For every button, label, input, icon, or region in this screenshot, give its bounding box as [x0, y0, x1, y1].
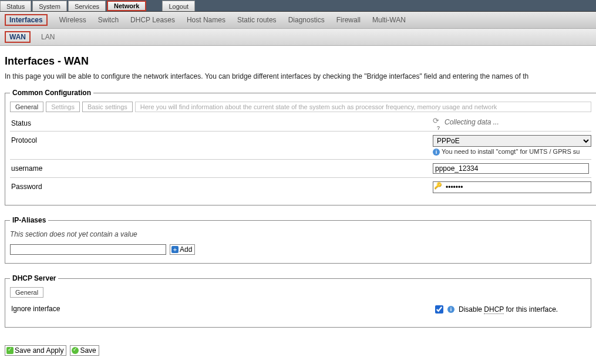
interface-nav: WAN LAN: [0, 29, 596, 46]
page-title: Interfaces - WAN: [5, 55, 591, 68]
subnav-interfaces[interactable]: Interfaces: [5, 14, 48, 26]
apply-icon: [6, 347, 14, 354]
tab-settings[interactable]: Settings: [46, 102, 80, 112]
protocol-hint: You need to install "comgt" for UMTS / G…: [442, 148, 580, 155]
common-config-section: Common Configuration General Settings Ba…: [5, 89, 596, 205]
username-label: username: [10, 163, 433, 173]
subnav-dhcp-leases[interactable]: DHCP Leases: [130, 16, 175, 24]
info-icon: i: [447, 306, 454, 313]
topnav-network[interactable]: Network: [107, 1, 146, 11]
protocol-row: Protocol PPPoE iYou need to install "com…: [10, 132, 591, 160]
save-button[interactable]: Save: [70, 345, 99, 356]
ignore-interface-label: Ignore interface: [10, 304, 433, 313]
status-label: Status: [10, 118, 433, 127]
subnav-firewall[interactable]: Firewall: [336, 16, 361, 24]
content: Interfaces - WAN In this page you will b…: [0, 46, 596, 343]
tab-general[interactable]: General: [10, 102, 43, 112]
dhcp-server-legend: DHCP Server: [10, 274, 58, 282]
ip-aliases-empty: This section does not yet contain a valu…: [10, 230, 586, 238]
tab-basic-settings[interactable]: Basic settings: [82, 102, 133, 112]
iface-wan[interactable]: WAN: [5, 31, 31, 43]
topnav-status[interactable]: Status: [0, 1, 31, 11]
save-label: Save: [80, 346, 96, 355]
protocol-label: Protocol: [10, 135, 433, 144]
topnav-system[interactable]: System: [32, 1, 67, 11]
username-input[interactable]: [433, 163, 589, 174]
subnav-multi-wan[interactable]: Multi-WAN: [372, 16, 406, 24]
save-icon: [72, 347, 79, 354]
ignore-interface-row: Ignore interface i Disable DHCP for this…: [10, 300, 586, 319]
page-description: In this page you will be able to configu…: [5, 72, 591, 80]
subnav-wireless[interactable]: Wireless: [59, 16, 86, 24]
password-label: Password: [10, 181, 433, 191]
loading-icon: [433, 118, 441, 126]
topnav-logout[interactable]: Logout: [162, 1, 195, 11]
save-apply-label: Save and Apply: [15, 346, 63, 355]
subnav-static-routes[interactable]: Static routes: [237, 16, 277, 24]
dhcp-tab-general[interactable]: General: [10, 287, 43, 298]
disable-dhcp-text: Disable DHCP for this interface.: [459, 305, 558, 314]
ip-aliases-section: IP-Aliases This section does not yet con…: [5, 216, 591, 264]
username-row: username: [10, 160, 591, 178]
top-nav: Status System Services Network Logout: [0, 0, 596, 12]
topnav-services[interactable]: Services: [68, 1, 106, 11]
iface-lan[interactable]: LAN: [41, 33, 55, 41]
subnav-host-names[interactable]: Host Names: [187, 16, 225, 24]
subnav-diagnostics[interactable]: Diagnostics: [288, 16, 325, 24]
common-tabs: General Settings Basic settings Here you…: [10, 102, 591, 112]
alias-input[interactable]: [10, 244, 166, 255]
dhcp-server-section: DHCP Server General Ignore interface i D…: [5, 274, 591, 328]
save-apply-button[interactable]: Save and Apply: [5, 345, 66, 356]
ip-aliases-legend: IP-Aliases: [10, 216, 48, 224]
key-icon: [435, 183, 443, 191]
password-input[interactable]: [444, 182, 591, 193]
plus-icon: +: [171, 246, 179, 253]
button-bar: Save and Apply Save: [0, 343, 596, 358]
sub-nav: Interfaces Wireless Switch DHCP Leases H…: [0, 12, 596, 29]
tab-note: Here you will find information about the…: [135, 102, 591, 112]
add-alias-button[interactable]: + Add: [170, 244, 195, 255]
status-value: Collecting data ...: [445, 118, 499, 126]
subnav-switch[interactable]: Switch: [98, 16, 119, 24]
add-button-label: Add: [180, 245, 192, 254]
common-config-legend: Common Configuration: [10, 89, 93, 97]
password-row: Password: [10, 178, 591, 197]
info-icon: i: [433, 149, 440, 156]
status-row: Status Collecting data ...: [10, 114, 591, 132]
protocol-select[interactable]: PPPoE: [433, 135, 591, 147]
ignore-interface-checkbox[interactable]: [435, 305, 443, 314]
